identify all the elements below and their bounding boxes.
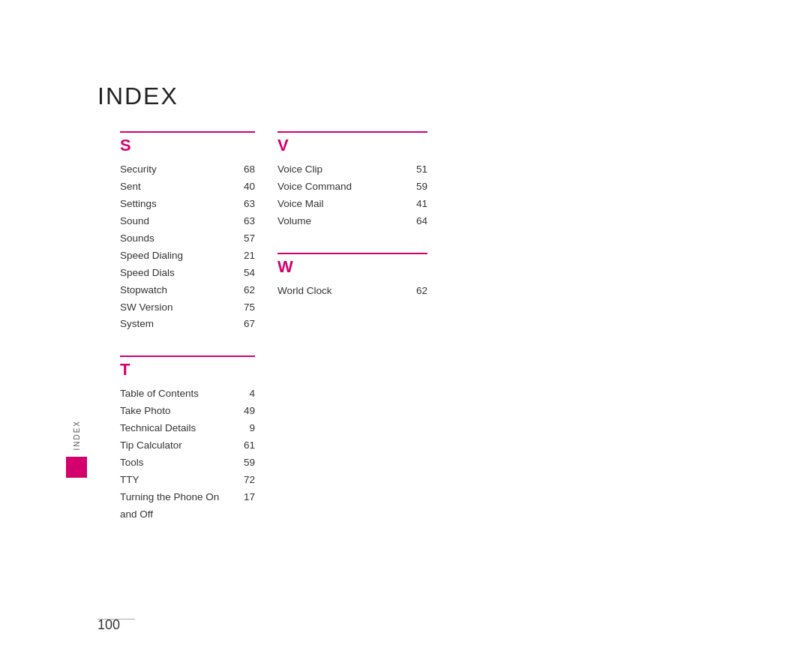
section-s: S Security 68 Sent 40 Settings 63 Sound … bbox=[120, 131, 255, 333]
section-w-header: W bbox=[278, 253, 428, 277]
list-item: Voice Command 59 bbox=[278, 178, 428, 196]
left-column: S Security 68 Sent 40 Settings 63 Sound … bbox=[120, 131, 270, 546]
list-item: Speed Dialing 21 bbox=[120, 248, 255, 265]
list-item: Volume 64 bbox=[278, 213, 428, 230]
list-item: Security 68 bbox=[120, 161, 255, 178]
list-item: Tip Calculator 61 bbox=[120, 437, 255, 454]
page-number: 100 bbox=[98, 617, 120, 633]
sidebar-label: INDEX bbox=[73, 420, 81, 451]
page: INDEX S Security 68 Sent 40 Settings bbox=[0, 0, 810, 672]
page-title: INDEX bbox=[98, 82, 178, 110]
list-item: Sent 40 bbox=[120, 178, 255, 196]
list-item: Table of Contents 4 bbox=[120, 386, 255, 403]
section-v: V Voice Clip 51 Voice Command 59 Voice M… bbox=[278, 131, 428, 230]
section-t-header: T bbox=[120, 356, 255, 380]
section-w: W World Clock 62 bbox=[278, 253, 428, 300]
main-content: S Security 68 Sent 40 Settings 63 Sound … bbox=[120, 131, 428, 546]
list-item: World Clock 62 bbox=[278, 283, 428, 300]
list-item: Tools 59 bbox=[120, 454, 255, 472]
list-item: SW Version 75 bbox=[120, 299, 255, 316]
right-column: V Voice Clip 51 Voice Command 59 Voice M… bbox=[270, 131, 428, 546]
section-t-letter: T bbox=[120, 360, 130, 379]
list-item: Speed Dials 54 bbox=[120, 265, 255, 282]
list-item: Take Photo 49 bbox=[120, 403, 255, 420]
section-s-letter: S bbox=[120, 136, 131, 154]
list-item: Settings 63 bbox=[120, 196, 255, 213]
list-item: Turning the Phone On and Off 17 bbox=[120, 489, 255, 524]
section-v-header: V bbox=[278, 131, 428, 155]
index-sidebar: INDEX bbox=[66, 420, 87, 478]
sidebar-highlight-bar bbox=[66, 457, 87, 478]
list-item: Voice Clip 51 bbox=[278, 161, 428, 178]
list-item: Sound 63 bbox=[120, 213, 255, 230]
list-item: Technical Details 9 bbox=[120, 420, 255, 437]
list-item: System 67 bbox=[120, 316, 255, 333]
section-t: T Table of Contents 4 Take Photo 49 Tech… bbox=[120, 356, 255, 524]
list-item: Sounds 57 bbox=[120, 230, 255, 248]
section-w-letter: W bbox=[278, 257, 293, 276]
section-s-header: S bbox=[120, 131, 255, 155]
section-v-letter: V bbox=[278, 136, 289, 154]
list-item: Voice Mail 41 bbox=[278, 196, 428, 213]
list-item: Stopwatch 62 bbox=[120, 282, 255, 299]
list-item: TTY 72 bbox=[120, 472, 255, 489]
